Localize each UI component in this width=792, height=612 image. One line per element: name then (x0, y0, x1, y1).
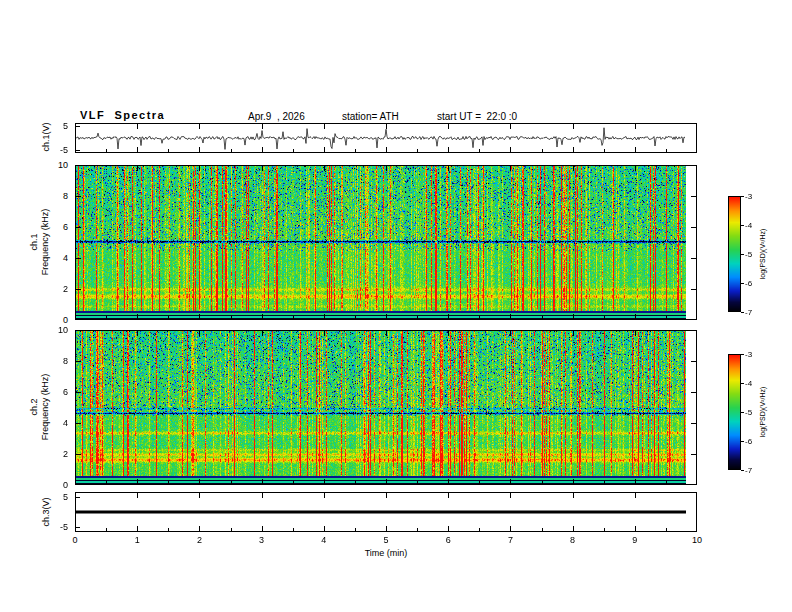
figure-title: VLF Spectra (80, 109, 165, 121)
tick-mark (76, 392, 81, 393)
tick-mark (293, 149, 294, 152)
y-tick-label: 10 (46, 325, 68, 335)
tick-mark (262, 331, 263, 336)
ch2-colorbar-label: log(PSD)(V²/Hz) (759, 362, 769, 462)
tick-mark (76, 361, 81, 362)
tick-mark (199, 166, 200, 171)
tick-mark (199, 124, 200, 129)
tick-mark (231, 149, 232, 152)
tick-mark (168, 149, 169, 152)
y-tick-label: 6 (46, 387, 68, 397)
tick-mark (604, 528, 605, 531)
tick-mark (386, 479, 387, 484)
tick-mark (666, 316, 667, 319)
y-tick-label: 0 (46, 480, 68, 490)
tick-mark (231, 481, 232, 484)
tick-mark (76, 150, 80, 151)
tick-mark (137, 314, 138, 319)
y-tick-label: -5 (50, 522, 68, 532)
tick-mark (448, 166, 449, 171)
ch1-colorbar-canvas (729, 197, 740, 311)
tick-mark (106, 481, 107, 484)
tick-mark (542, 481, 543, 484)
tick-mark (324, 147, 325, 152)
tick-mark (635, 526, 636, 531)
tick-mark (355, 528, 356, 531)
y-tick-label: 5 (50, 121, 68, 131)
tick-mark (741, 441, 744, 442)
tick-mark (604, 149, 605, 152)
tick-mark (542, 528, 543, 531)
tick-mark (137, 147, 138, 152)
tick-mark (691, 454, 696, 455)
tick-mark (168, 528, 169, 531)
tick-mark (741, 312, 744, 313)
tick-mark (573, 314, 574, 319)
ylabel-text: ch.1 (29, 182, 40, 302)
tick-mark (666, 481, 667, 484)
ch2-spectrogram-panel (75, 330, 697, 485)
tick-mark (448, 314, 449, 319)
tick-mark (542, 316, 543, 319)
tick-mark (231, 316, 232, 319)
tick-mark (137, 526, 138, 531)
tick-mark (106, 149, 107, 152)
tick-mark (741, 196, 744, 197)
tick-mark (448, 526, 449, 531)
y-tick-label: 4 (46, 253, 68, 263)
colorbar-tick-label: -3 (745, 350, 752, 359)
x-tick-label: 5 (378, 535, 394, 545)
tick-mark (510, 147, 511, 152)
colorbar-tick-label: -3 (745, 192, 752, 201)
tick-mark (231, 528, 232, 531)
tick-mark (355, 316, 356, 319)
tick-mark (741, 383, 744, 384)
tick-mark (262, 479, 263, 484)
tick-mark (573, 493, 574, 498)
tick-mark (76, 227, 81, 228)
colorbar-tick-label: -4 (745, 221, 752, 230)
tick-mark (666, 528, 667, 531)
tick-mark (573, 124, 574, 129)
x-tick-label: 8 (565, 535, 581, 545)
ylabel-text: ch.2 (29, 347, 40, 467)
figure-date: Apr.9 , 2026 (248, 111, 305, 122)
colorbar-tick-label: -7 (745, 308, 752, 317)
tick-mark (355, 149, 356, 152)
tick-mark (573, 331, 574, 336)
tick-mark (137, 331, 138, 336)
tick-mark (635, 147, 636, 152)
tick-mark (635, 124, 636, 129)
colorbar-tick-label: -4 (745, 379, 752, 388)
tick-mark (417, 149, 418, 152)
tick-mark (417, 528, 418, 531)
colorbar-label-text: log(PSD)(V²/Hz) (759, 387, 766, 438)
ch1-spectrogram-canvas (76, 166, 696, 319)
tick-mark (137, 493, 138, 498)
tick-mark (76, 497, 80, 498)
tick-mark (76, 289, 81, 290)
tick-mark (510, 526, 511, 531)
tick-mark (76, 258, 81, 259)
tick-mark (324, 124, 325, 129)
colorbar-tick-label: -6 (745, 437, 752, 446)
tick-mark (510, 479, 511, 484)
tick-mark (691, 227, 696, 228)
tick-mark (386, 526, 387, 531)
y-tick-label: 4 (46, 418, 68, 428)
tick-mark (448, 147, 449, 152)
y-tick-label: 0 (46, 315, 68, 325)
y-tick-label: 2 (46, 449, 68, 459)
ch1-spectrogram-panel (75, 165, 697, 320)
tick-mark (573, 166, 574, 171)
tick-mark (479, 481, 480, 484)
tick-mark (262, 493, 263, 498)
tick-mark (741, 470, 744, 471)
tick-mark (168, 316, 169, 319)
tick-mark (741, 354, 744, 355)
tick-mark (199, 493, 200, 498)
x-tick-label: 9 (627, 535, 643, 545)
tick-mark (479, 149, 480, 152)
tick-mark (573, 526, 574, 531)
tick-mark (293, 528, 294, 531)
